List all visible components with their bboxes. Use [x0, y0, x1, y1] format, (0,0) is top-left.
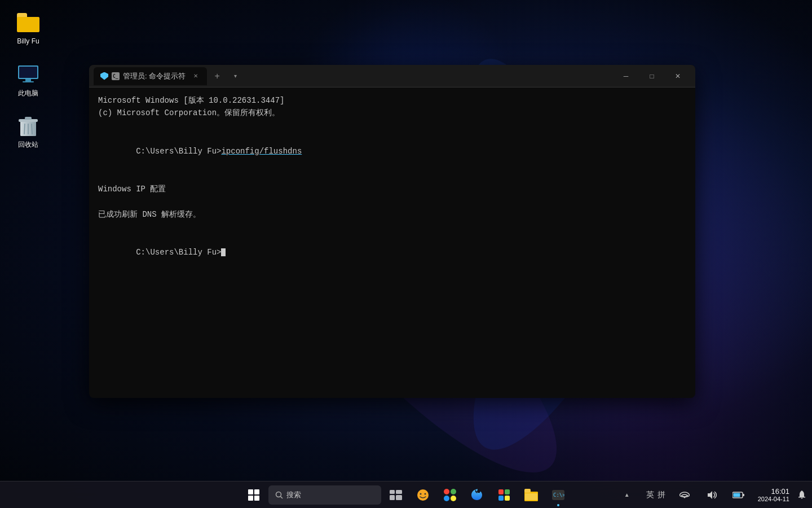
svg-rect-26 — [390, 490, 395, 494]
svg-rect-50 — [733, 493, 740, 497]
svg-rect-51 — [743, 494, 744, 496]
taskbar: 搜索 — [0, 481, 812, 508]
close-button[interactable]: ✕ — [665, 65, 691, 87]
svg-point-32 — [425, 493, 426, 494]
shield-icon — [100, 72, 108, 80]
svg-text:C:\>_: C:\>_ — [553, 492, 564, 498]
volume-icon — [707, 491, 717, 500]
emoji-icon — [416, 488, 430, 502]
emoji-button[interactable] — [411, 483, 435, 507]
colorful-app-icon — [443, 488, 457, 502]
terminal-line-2 — [98, 120, 686, 132]
svg-point-35 — [444, 496, 449, 501]
computer-icon-img — [17, 63, 39, 86]
command-3: ipconfig/flushdns — [221, 147, 302, 156]
svg-point-24 — [276, 492, 281, 497]
edge-browser-button[interactable] — [465, 483, 489, 507]
file-explorer-icon — [524, 489, 538, 501]
taskview-button[interactable] — [383, 483, 408, 507]
terminal-line-1: (c) Microsoft Corporation。保留所有权利。 — [98, 107, 686, 119]
search-bar-button[interactable]: 搜索 — [268, 483, 381, 507]
lang-en-label: 英 — [646, 490, 654, 500]
terminal-tab[interactable]: C_ 管理员: 命令提示符 ✕ — [94, 67, 207, 85]
svg-rect-38 — [505, 489, 510, 494]
prompt-3: C:\Users\Billy Fu> — [136, 147, 221, 156]
terminal-icon: C:\>_ — [552, 490, 564, 500]
taskbar-center: 搜索 — [241, 483, 571, 507]
svg-rect-14 — [23, 81, 34, 82]
apps-icon-button[interactable] — [438, 483, 462, 507]
terminal-line-8 — [98, 221, 686, 233]
folder-icon-img — [17, 11, 39, 34]
terminal-content[interactable]: Microsoft Windows [版本 10.0.22631.3447] (… — [89, 87, 695, 398]
edge-icon — [470, 488, 484, 502]
svg-point-47 — [683, 496, 685, 498]
svg-rect-10 — [17, 17, 39, 32]
notification-icon — [798, 491, 806, 500]
terminal-line-6 — [98, 195, 686, 208]
cmd-icon: C_ — [112, 72, 120, 80]
start-button[interactable] — [241, 483, 266, 507]
computer-icon — [17, 64, 39, 85]
win-quad-2 — [254, 489, 259, 494]
maximize-button[interactable]: □ — [639, 65, 665, 87]
tab-close-button[interactable]: ✕ — [191, 72, 200, 81]
desktop-icon-billyfolder[interactable]: Billy Fu — [6, 11, 51, 46]
windows-logo — [248, 489, 259, 501]
folder-icon — [17, 13, 39, 32]
terminal-titlebar: C_ 管理员: 命令提示符 ✕ + ▾ ─ □ ✕ — [89, 65, 695, 87]
win-quad-4 — [254, 496, 259, 501]
computer-label: 此电脑 — [18, 89, 38, 98]
clock-area[interactable]: 16:01 2024-04-11 — [753, 481, 794, 508]
tab-dropdown-button[interactable]: ▾ — [227, 68, 243, 84]
search-placeholder: 搜索 — [286, 490, 301, 500]
notification-button[interactable] — [796, 483, 807, 507]
svg-line-25 — [281, 496, 283, 498]
svg-point-34 — [451, 489, 456, 494]
recycle-label: 回收站 — [18, 141, 38, 150]
recycle-icon-img — [17, 115, 39, 137]
svg-rect-28 — [390, 495, 395, 500]
battery-icon — [732, 491, 745, 499]
terminal-line-4 — [98, 170, 686, 182]
prompt-9: C:\Users\Billy Fu> — [136, 248, 221, 257]
terminal-line-7: 已成功刷新 DNS 解析缓存。 — [98, 208, 686, 221]
minimize-button[interactable]: ─ — [613, 65, 639, 87]
store-button[interactable] — [492, 483, 517, 507]
desktop-icon-computer[interactable]: 此电脑 — [6, 63, 51, 98]
clock-date: 2024-04-11 — [758, 496, 789, 502]
svg-rect-43 — [524, 489, 531, 493]
taskview-icon — [390, 490, 402, 500]
tab-label: 管理员: 命令提示符 — [123, 71, 186, 81]
language-tray[interactable]: 英 拼 — [642, 481, 670, 508]
win-quad-3 — [248, 496, 253, 501]
svg-rect-37 — [498, 489, 504, 494]
file-explorer-button[interactable] — [519, 483, 544, 507]
terminal-taskbar-button[interactable]: C:\>_ — [546, 483, 571, 507]
svg-point-30 — [417, 489, 429, 501]
recycle-bin-icon — [18, 115, 38, 137]
svg-rect-13 — [25, 79, 31, 81]
desktop-icon-recycle[interactable]: 回收站 — [6, 115, 51, 150]
svg-point-31 — [420, 493, 422, 494]
taskbar-right: ▲ 英 拼 — [615, 481, 812, 508]
tray-expand-button[interactable]: ▲ — [615, 483, 639, 507]
tab-area: C_ 管理员: 命令提示符 ✕ + ▾ — [94, 67, 613, 85]
svg-text:C_: C_ — [113, 74, 118, 79]
battery-button[interactable] — [726, 483, 751, 507]
store-icon — [497, 488, 511, 502]
svg-line-19 — [24, 124, 25, 134]
lang-zh-label: 拼 — [657, 490, 665, 500]
svg-rect-27 — [396, 490, 402, 494]
svg-point-33 — [444, 489, 449, 494]
volume-button[interactable] — [699, 483, 724, 507]
svg-rect-18 — [25, 117, 32, 120]
terminal-line-3: C:\Users\Billy Fu>ipconfig/flushdns — [98, 132, 686, 170]
svg-rect-40 — [505, 496, 510, 501]
terminal-line-0: Microsoft Windows [版本 10.0.22631.3447] — [98, 94, 686, 107]
svg-line-21 — [32, 124, 32, 134]
search-bar[interactable]: 搜索 — [268, 485, 381, 505]
terminal-line-5: Windows IP 配置 — [98, 183, 686, 195]
network-button[interactable] — [672, 483, 697, 507]
new-tab-button[interactable]: + — [209, 68, 225, 84]
